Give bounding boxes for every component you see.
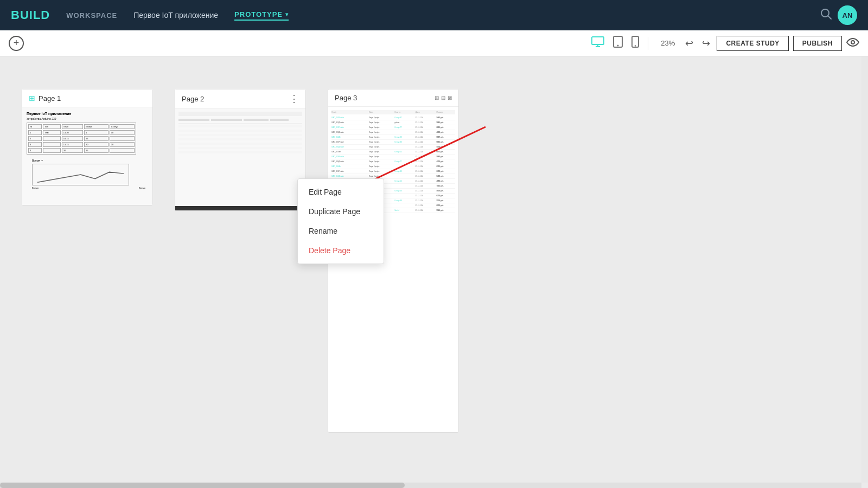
create-study-button[interactable]: CREATE STUDY [717, 36, 788, 51]
redo-button[interactable]: ↪ [700, 35, 712, 52]
sketch-axes: ВремяВремя [32, 187, 145, 189]
context-menu-rename[interactable]: Rename [298, 221, 384, 241]
logo: BUILD [11, 8, 50, 22]
pages-container: ⊞ Page 1 Первое IoT приложение Устройств… [0, 56, 868, 465]
sketch-table: №ТипТемпВлажнСтатус 1Тем11:30150 214:152… [27, 123, 136, 155]
horizontal-scrollbar[interactable] [0, 483, 861, 488]
tablet-device-icon[interactable] [613, 36, 623, 50]
page1-title: ⊞ Page 1 [29, 94, 61, 102]
top-nav: BUILD WORKSPACE Первое IoT приложение PR… [0, 0, 868, 30]
mobile-device-icon[interactable] [631, 36, 639, 50]
workspace-nav-item[interactable]: WORKSPACE [66, 11, 117, 20]
canvas-area: ⊞ Page 1 Первое IoT приложение Устройств… [0, 56, 868, 488]
table-row: ОАО_334Акт Людм Ерофе... Статус 22 21.11… [331, 135, 455, 140]
page1-header: ⊞ Page 1 [22, 89, 152, 107]
sketch-title: Первое IoT приложение [27, 112, 148, 115]
chevron-down-icon: ▾ [285, 11, 289, 17]
context-menu: Edit Page Duplicate Page Rename Delete P… [297, 178, 384, 264]
vertical-scrollbar[interactable] [861, 56, 868, 483]
page2-inner [175, 108, 305, 157]
table-row: ОАО_345РевАкт Людм Ерофе... Статус 33 21… [331, 140, 455, 145]
horizontal-scrollbar-thumb[interactable] [0, 483, 405, 488]
nav-right-actions: AN [820, 5, 857, 25]
undo-button[interactable]: ↩ [683, 35, 695, 52]
page2-header: Page 2 ⋮ [175, 89, 305, 108]
svg-point-9 [851, 41, 854, 44]
sketch-subtitle: Устройства Arduino 239 [27, 117, 148, 120]
table-row: ОАО_367Акт Людм Ерофе... Статус 55 21.11… [331, 150, 455, 155]
project-name[interactable]: Первое IoT приложение [133, 11, 218, 20]
page2-title: Page 2 [182, 95, 204, 103]
page1-content[interactable]: Первое IoT приложение Устройства Arduino… [22, 107, 152, 205]
page3-controls: ⊞ ⊟ ⊠ [435, 95, 452, 101]
page3-control-2[interactable]: ⊟ [441, 95, 445, 101]
table-row: ОАО_401РевАкт Людм Ерофе... Статус 40 21… [331, 169, 455, 174]
context-menu-delete-page[interactable]: Delete Page [298, 241, 384, 260]
svg-point-8 [635, 45, 636, 46]
context-menu-edit-page[interactable]: Edit Page [298, 182, 384, 202]
svg-line-1 [828, 16, 832, 20]
page2-menu-button[interactable]: ⋮ [289, 94, 299, 104]
desktop-device-icon[interactable] [591, 36, 604, 50]
table-row: ОАО_312РевАкт Людм Ерофе... Статус 77 21… [331, 125, 455, 130]
page-card-1: ⊞ Page 1 Первое IoT приложение Устройств… [22, 89, 153, 206]
table-row: ОАО_389ДопАкт Людм Ерофе... Статус 77 21… [331, 159, 455, 164]
page3-header: Page 3 ⊞ ⊟ ⊠ [328, 89, 458, 107]
table-row: ОАО_323ДопАкт Людм Ерофе... 21.11.11.4 4… [331, 130, 455, 135]
table-row: ОАО_301ДопАкт Людм Ерофе... добав... 21.… [331, 120, 455, 125]
table-row: ОАО_356ДопАкт Людм Ерофе... 21.11.11.4 5… [331, 145, 455, 150]
sketch-graph [32, 164, 129, 185]
device-switcher [591, 36, 639, 50]
context-menu-duplicate-page[interactable]: Duplicate Page [298, 202, 384, 221]
page-icon: ⊞ [29, 94, 35, 102]
preview-icon[interactable] [846, 37, 859, 49]
page2-footer [175, 206, 305, 210]
avatar[interactable]: AN [838, 5, 857, 25]
table-row: ОАО_390Акт Людм Ерофе... 21.11.11.4 6331… [331, 164, 455, 169]
svg-point-6 [617, 45, 619, 47]
page3-content[interactable]: Отчёт Имя Статус Дата Размер ОАО_291РевА… [328, 107, 458, 432]
toolbar: + 23% ↩ ↪ CREATE STUDY PUBLI [0, 30, 868, 56]
page-card-2: Page 2 ⋮ [175, 89, 306, 211]
page1-sketch: Первое IoT приложение Устройства Arduino… [22, 107, 152, 205]
page3-title: Page 3 [335, 94, 357, 102]
page2-content[interactable] [175, 108, 305, 206]
page3-control-3[interactable]: ⊠ [448, 95, 452, 101]
search-icon[interactable] [820, 8, 832, 22]
publish-button[interactable]: PUBLISH [793, 36, 842, 51]
zoom-level: 23% [657, 39, 679, 47]
svg-rect-2 [592, 37, 604, 44]
table-row: ОАО_291РевАкт Людм Ерофе... Статус 47 21… [331, 115, 455, 120]
sketch-label: Время ⬏ [32, 159, 148, 162]
prototype-nav-item[interactable]: PROTOTYPE ▾ [234, 10, 289, 21]
page3-control-1[interactable]: ⊞ [435, 95, 439, 101]
table-row: ОАО_378РевАкт Людм Ерофе... 21.11.11.4 5… [331, 155, 455, 159]
add-page-button[interactable]: + [9, 36, 24, 51]
